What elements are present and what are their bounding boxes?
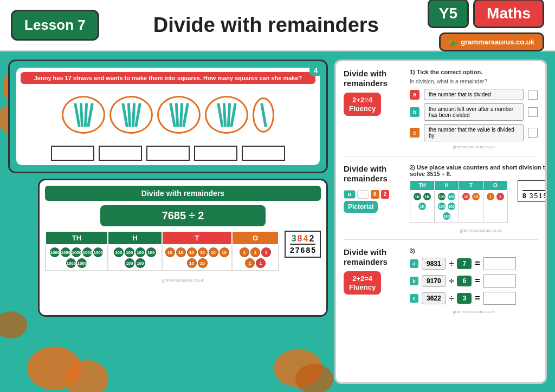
fluency-badge-3: 2+2=4Fluency xyxy=(344,271,381,295)
ws-h-cell: 100 100 100 100 100 xyxy=(435,191,459,223)
page-title: Divide with remainders xyxy=(115,14,417,37)
ws-left-1: Divide with remainders 2+2=4Fluency xyxy=(344,69,403,149)
answer-box-4[interactable] xyxy=(194,146,237,161)
counter-1000: 1000 xyxy=(72,247,81,257)
ws-instruction-2: 2) Use place value counters and short di… xyxy=(410,164,547,177)
subject-badge: Maths xyxy=(473,0,544,28)
counter-100: 100 xyxy=(135,247,145,257)
eq-num-b: 9170 xyxy=(422,275,446,287)
ws-counter: 100 xyxy=(448,193,455,200)
straw-group-3 xyxy=(157,96,201,134)
counter-1000: 1000 xyxy=(66,258,76,268)
eq-divisor-c: 3 xyxy=(457,293,472,304)
place-value-table: TH H T O 1000 1000 xyxy=(45,231,279,271)
slide-card-bottom: 6 Divide with remainders 7685 ÷ 2 TH H T… xyxy=(38,179,328,317)
division-box: 3 8 4 2 2 7 6 8 5 xyxy=(285,231,321,258)
ws-counter: 1K xyxy=(423,193,431,200)
ws-counter: 1 xyxy=(496,193,504,200)
slide-number-top: 4 xyxy=(309,66,322,76)
counter-row: 1000 1000 1000 1000 1000 1000 1000 xyxy=(46,245,279,271)
pict-cell-orange: 6 xyxy=(371,190,379,199)
counter-1000: 1000 xyxy=(93,247,103,257)
ws-o-cell: 1 1 xyxy=(483,191,508,223)
counter-1: 1 xyxy=(240,247,249,257)
ws-counter: 100 xyxy=(438,202,446,210)
ws-counter: 10 xyxy=(472,193,480,200)
eq-equals-a: = xyxy=(475,259,480,269)
ws-divisor-8: 8 xyxy=(522,192,526,200)
eq-answer-a[interactable] xyxy=(483,257,516,270)
ws-counter: 100 xyxy=(438,193,446,200)
ws-ans-blank xyxy=(527,182,542,190)
slide-inner-top: Jenny has 17 straws and wants to make th… xyxy=(16,68,320,165)
eq-divisor-a: 7 xyxy=(457,258,472,269)
ws-title-1: Divide with remainders xyxy=(344,69,403,88)
answer-box-1[interactable] xyxy=(51,146,94,161)
eq-answer-c[interactable] xyxy=(483,292,516,305)
eq-divisor-b: 6 xyxy=(457,276,472,286)
mc-checkbox-b[interactable] xyxy=(528,107,538,117)
ws-pv-table: TH H T O 1K 1K xyxy=(410,180,508,223)
ws-digit-3: 3 xyxy=(530,192,533,200)
counter-10: 10 xyxy=(187,258,197,268)
t-header: T xyxy=(162,231,232,245)
answer-box-3[interactable] xyxy=(146,146,190,161)
ws-counter: 1K xyxy=(414,193,421,200)
mc-checkbox-a[interactable] xyxy=(528,90,538,100)
subject-badges: Y5 Maths xyxy=(428,0,544,28)
th-cell: 1000 1000 1000 1000 1000 1000 1000 xyxy=(46,245,108,271)
bottom-slide-inner: Divide with remainders 7685 ÷ 2 TH H T O xyxy=(40,180,326,315)
answer-box-2[interactable] xyxy=(99,146,142,161)
counter-10: 10 xyxy=(187,247,197,257)
pict-cell-red: 2 xyxy=(381,190,390,199)
straw-group-5 xyxy=(253,97,274,133)
answer-digit-3: 3 xyxy=(292,234,296,244)
eq-row-c: c 3622 ÷ 3 = xyxy=(410,292,538,305)
mc-checkbox-c[interactable] xyxy=(528,128,538,138)
straw-group-4 xyxy=(205,96,248,134)
mc-option-b: b the amount left over after a number ha… xyxy=(410,103,538,121)
dividend-digit-8: 8 xyxy=(306,246,310,254)
worksheet-section-3: Divide with remainders 2+2=4Fluency 3) a… xyxy=(344,247,538,321)
h-cell: 100 100 100 100 100 100 xyxy=(108,245,162,271)
counter-1000: 1000 xyxy=(61,247,70,257)
counter-1000: 1000 xyxy=(77,258,87,268)
main-content: 4 Jenny has 17 straws and wants to make … xyxy=(0,51,555,392)
counter-100: 100 xyxy=(146,247,156,257)
ws-counter: 100 xyxy=(448,202,455,210)
ws-title-2: Divide with remainders xyxy=(344,164,403,184)
ws-instruction-1: 1) Tick the correct option. xyxy=(410,69,538,75)
mc-text-b: the amount left over after a number has … xyxy=(424,103,524,121)
mc-label-b: b xyxy=(410,107,420,117)
slides-area: 4 Jenny has 17 straws and wants to make … xyxy=(8,60,328,384)
counter-10: 10 xyxy=(209,247,218,257)
ws-sub-instruction-1: In division, what is a remainder? xyxy=(410,79,538,84)
ws-digit-1: 1 xyxy=(539,192,543,200)
counter-1: 1 xyxy=(250,247,260,257)
ws-footer-3: grammarsaurus.co.uk xyxy=(410,309,538,314)
straws-container xyxy=(21,88,315,141)
eq-equals-c: = xyxy=(475,293,480,303)
dividend-digit-7: 7 xyxy=(295,246,300,254)
t-cell: 10 10 10 10 10 10 10 10 xyxy=(162,245,232,271)
answer-box-5[interactable] xyxy=(242,146,285,161)
eq-label-b: b xyxy=(410,277,418,285)
mc-label-c: c xyxy=(410,128,420,138)
ws-footer-1: grammarsaurus.co.uk xyxy=(410,145,538,149)
header: Lesson 7 Divide with remainders Y5 Maths… xyxy=(0,0,555,51)
ws-right-3: 3) a 9831 ÷ 7 = b 9170 ÷ 6 = xyxy=(410,247,538,314)
answer-boxes xyxy=(21,146,315,161)
counter-1000: 1000 xyxy=(82,247,92,257)
section1-title-text: Divide with remainders xyxy=(344,69,388,88)
ws-th-cell: 1K 1K 1K xyxy=(410,191,435,223)
website-icon: 🦕 xyxy=(449,38,457,46)
division-numbers: 2 7 6 8 5 xyxy=(290,244,315,254)
eq-row-b: b 9170 ÷ 6 = xyxy=(410,275,538,288)
eq-op-a: ÷ xyxy=(449,259,454,269)
header-right-section: Y5 Maths 🦕 grammarsaurus.co.uk xyxy=(428,0,544,51)
slide-bottom-content: TH H T O 1000 1000 xyxy=(45,231,321,276)
eq-equals-b: = xyxy=(475,276,480,286)
eq-num-c: 3622 xyxy=(422,292,446,304)
ws-t-cell: 10 10 xyxy=(459,191,483,223)
eq-answer-b[interactable] xyxy=(483,275,516,288)
